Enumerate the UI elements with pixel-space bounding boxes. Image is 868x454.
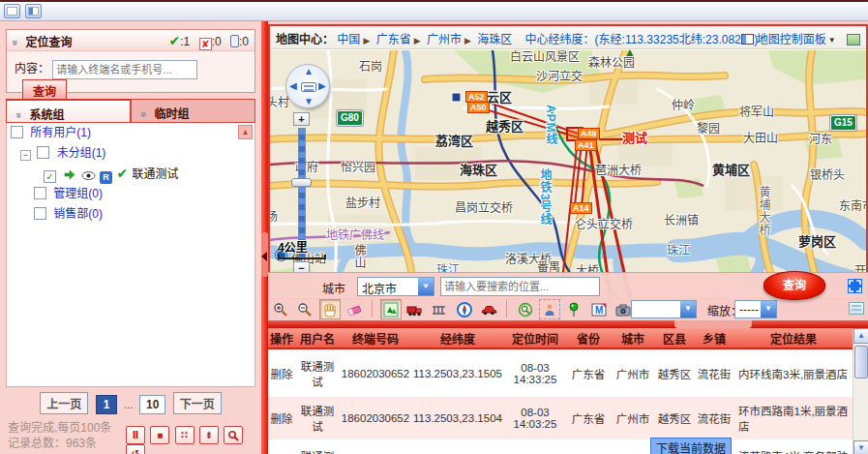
tree-item-ungrouped[interactable]: 未分组(1): [57, 146, 106, 160]
page-ellipsis: ...: [124, 398, 134, 411]
collapse-left-icon[interactable]: [261, 252, 267, 261]
chevron-down-icon[interactable]: ▼: [418, 278, 434, 295]
tree-item-all-users[interactable]: 所有用户(1): [30, 126, 91, 139]
table-scrollbar[interactable]: ▲ ▼: [853, 328, 868, 454]
sidebar-splitter[interactable]: [261, 21, 268, 454]
scroll-thumb[interactable]: [854, 346, 868, 378]
col-header[interactable]: 定位结果: [734, 328, 853, 348]
tree-item-admin-group[interactable]: 管理组(0): [53, 187, 103, 200]
refresh-button[interactable]: ↺: [126, 444, 145, 454]
page-10-button[interactable]: 10: [139, 395, 165, 414]
location-search-input[interactable]: [440, 277, 600, 296]
pan-left-icon[interactable]: ◀: [289, 80, 297, 91]
query-button[interactable]: 查询: [22, 79, 67, 100]
chevron-down-icon[interactable]: ▼: [761, 301, 776, 318]
col-header[interactable]: 省份: [566, 328, 611, 348]
download-button[interactable]: ⇟: [199, 426, 219, 444]
map-label: 海珠区: [460, 160, 497, 178]
map-layer-icon[interactable]: [380, 299, 402, 319]
delete-link[interactable]: 删除: [268, 348, 295, 397]
map-marker[interactable]: A14: [570, 202, 592, 214]
tab-temp-group[interactable]: » 临时组: [131, 99, 255, 123]
breadcrumb-province[interactable]: 广东省: [376, 33, 411, 46]
eraser-icon[interactable]: [344, 299, 365, 319]
zoom-thumb[interactable]: [291, 178, 312, 187]
map-labels: 白云区越秀区荔湾区海珠区黄埔区萝岗区石岗白云山风景区森林公园沙河立交仲岭将军山黎…: [270, 50, 866, 298]
pan-hand-icon[interactable]: [319, 299, 341, 319]
person-icon[interactable]: [539, 299, 560, 319]
compass-icon[interactable]: [454, 299, 475, 319]
col-header[interactable]: 用户名: [295, 328, 340, 348]
map-viewport[interactable]: 白云区越秀区荔湾区海珠区黄埔区萝岗区石岗白云山风景区森林公园沙河立交仲岭将军山黎…: [270, 50, 866, 298]
tree-item-sales-group[interactable]: 销售部(0): [53, 207, 103, 221]
col-header[interactable]: 城市: [611, 328, 655, 348]
tab-system-group[interactable]: » 系统组: [6, 99, 131, 123]
car-icon[interactable]: [478, 299, 499, 319]
mark-map-icon[interactable]: M: [588, 299, 610, 319]
switch-select[interactable]: ▼: [631, 300, 697, 318]
terminal-search-input[interactable]: [52, 60, 197, 79]
tree-collapse-icon[interactable]: −: [20, 150, 31, 161]
checkbox-all-users[interactable]: [11, 126, 23, 138]
checkbox-sales-group[interactable]: [34, 207, 46, 220]
map-pan-control[interactable]: ▲ ▼ ◀ ▶: [285, 64, 330, 108]
scroll-down-icon[interactable]: ▼: [853, 440, 868, 454]
scroll-up-icon[interactable]: ▲: [853, 328, 868, 344]
grid-button[interactable]: ∷: [175, 426, 195, 444]
download-tooltip[interactable]: 下载当前数据: [650, 438, 732, 454]
table-row: 删除联通测试18602030652113.2537,23.143108-03广州…: [268, 439, 853, 454]
splitter-handle[interactable]: [674, 320, 752, 328]
layout-split-icon[interactable]: [25, 4, 42, 18]
pan-up-icon[interactable]: ▲: [304, 66, 314, 76]
page-1-button[interactable]: 1: [96, 395, 118, 414]
pan-right-icon[interactable]: ▶: [318, 80, 326, 91]
map-control-panel-toggle[interactable]: 地图控制面板: [757, 33, 826, 46]
breadcrumb-district[interactable]: 海珠区: [477, 33, 512, 46]
checkbox-ungrouped[interactable]: [37, 146, 49, 159]
collapse-chevron-icon[interactable]: »: [10, 40, 21, 45]
fence-icon[interactable]: [429, 299, 450, 319]
breadcrumb-city[interactable]: 广州市: [427, 33, 462, 46]
map-marker[interactable]: A49: [578, 128, 600, 139]
city-select[interactable]: 北京市 ▼: [357, 277, 434, 296]
col-header[interactable]: 终端号码: [340, 328, 411, 348]
pan-down-icon[interactable]: ▼: [304, 96, 314, 106]
fullscreen-icon[interactable]: [848, 279, 862, 293]
results-table-area: 操作 用户名 终端号码 经纬度 定位时间 省份 城市 区县 乡镇 定位结果 删除…: [268, 328, 868, 454]
col-header[interactable]: 区县: [655, 328, 694, 348]
chevron-down-icon[interactable]: ▼: [680, 301, 696, 318]
tree-scroll-up-icon[interactable]: ▲: [238, 125, 253, 139]
search-button[interactable]: [224, 426, 243, 444]
zoom-select[interactable]: ----- ▼: [734, 300, 777, 318]
map-marker[interactable]: A50: [467, 102, 490, 113]
map-query-button[interactable]: 查询: [763, 271, 825, 300]
col-header[interactable]: 定位时间: [504, 328, 566, 348]
col-header[interactable]: 乡镇: [694, 328, 734, 348]
table-splitter[interactable]: [268, 320, 868, 328]
col-header[interactable]: 操作: [268, 328, 295, 348]
zoom-in-button[interactable]: +: [293, 112, 310, 126]
next-page-button[interactable]: 下一页: [173, 392, 222, 414]
map-marker[interactable]: A41: [575, 139, 597, 151]
checkbox-user[interactable]: ✓: [44, 170, 56, 183]
pause-button[interactable]: Ⅱ: [126, 426, 145, 444]
layout-single-icon[interactable]: [4, 4, 20, 18]
pan-center-icon[interactable]: [301, 82, 316, 92]
truck-icon[interactable]: [404, 299, 426, 319]
locate-query-header[interactable]: » 定位查询 ✔:1 ✘:0 :0: [7, 30, 254, 51]
zoom-in-tool-icon[interactable]: [270, 299, 291, 319]
delete-link[interactable]: 删除: [268, 397, 295, 439]
list-panel-icon[interactable]: [849, 302, 864, 315]
stop-button[interactable]: ■: [150, 426, 169, 444]
map-label: 头村: [270, 93, 289, 109]
area-search-icon[interactable]: [515, 299, 536, 319]
breadcrumb-country[interactable]: 中国: [337, 33, 360, 46]
prev-page-button[interactable]: 上一页: [40, 392, 88, 414]
tree-item-user[interactable]: 联通测试: [132, 167, 178, 181]
zoom-out-tool-icon[interactable]: [294, 299, 315, 319]
delete-link[interactable]: 删除: [268, 439, 295, 454]
map-share-icon[interactable]: [847, 34, 860, 45]
pushpin-icon[interactable]: [563, 299, 584, 319]
col-header[interactable]: 经纬度: [411, 328, 504, 348]
checkbox-admin-group[interactable]: [34, 187, 46, 199]
